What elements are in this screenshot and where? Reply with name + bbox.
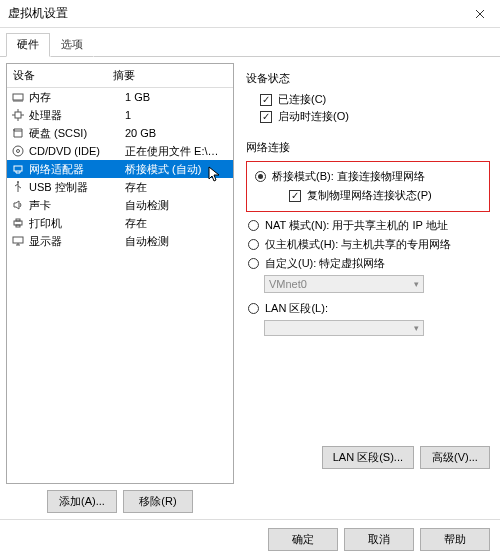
checkbox-connect-on-start[interactable] [260, 111, 272, 123]
tabs: 硬件 选项 [0, 28, 500, 57]
help-button[interactable]: 帮助 [420, 528, 490, 551]
device-summary: 存在 [125, 180, 229, 195]
radio-lan-segment[interactable] [248, 303, 259, 314]
cancel-button[interactable]: 取消 [344, 528, 414, 551]
device-name: USB 控制器 [29, 180, 125, 195]
label-connected: 已连接(C) [278, 92, 326, 107]
label-connect-on-start: 启动时连接(O) [278, 109, 349, 124]
cpu-icon [11, 108, 25, 122]
svg-point-5 [17, 181, 19, 183]
radio-custom[interactable] [248, 258, 259, 269]
device-summary: 1 [125, 109, 229, 121]
column-device: 设备 [7, 64, 107, 87]
device-status-title: 设备状态 [246, 71, 490, 86]
svg-rect-6 [14, 221, 22, 225]
tab-hardware[interactable]: 硬件 [6, 33, 50, 57]
list-header: 设备 摘要 [7, 64, 233, 88]
checkbox-replicate[interactable] [289, 190, 301, 202]
list-item-disk[interactable]: 硬盘 (SCSI)20 GB [7, 124, 233, 142]
close-icon [475, 9, 485, 19]
device-summary: 自动检测 [125, 198, 229, 213]
disk-icon [11, 126, 25, 140]
printer-icon [11, 216, 25, 230]
label-bridge: 桥接模式(B): 直接连接物理网络 [272, 169, 425, 184]
network-icon [11, 162, 25, 176]
svg-rect-1 [15, 112, 21, 118]
device-name: 显示器 [29, 234, 125, 249]
list-item-network[interactable]: 网络适配器桥接模式 (自动) [7, 160, 233, 178]
advanced-button[interactable]: 高级(V)... [420, 446, 490, 469]
column-summary: 摘要 [107, 64, 233, 87]
svg-point-3 [17, 150, 20, 153]
display-icon [11, 234, 25, 248]
list-item-sound[interactable]: 声卡自动检测 [7, 196, 233, 214]
lan-segments-button[interactable]: LAN 区段(S)... [322, 446, 414, 469]
device-summary: 正在使用文件 E:\迅雷下载\C... [125, 144, 229, 159]
cd-icon [11, 144, 25, 158]
lan-segment-select: ▾ [264, 320, 424, 336]
list-item-usb[interactable]: USB 控制器存在 [7, 178, 233, 196]
svg-rect-4 [14, 166, 22, 171]
device-name: CD/DVD (IDE) [29, 145, 125, 157]
chevron-down-icon: ▾ [414, 323, 419, 333]
ok-button[interactable]: 确定 [268, 528, 338, 551]
list-item-display[interactable]: 显示器自动检测 [7, 232, 233, 250]
svg-point-2 [13, 146, 23, 156]
svg-rect-9 [13, 237, 23, 243]
device-name: 网络适配器 [29, 162, 125, 177]
radio-hostonly[interactable] [248, 239, 259, 250]
footer: 确定 取消 帮助 [0, 519, 500, 551]
titlebar: 虚拟机设置 [0, 0, 500, 28]
list-item-cpu[interactable]: 处理器1 [7, 106, 233, 124]
label-custom: 自定义(U): 特定虚拟网络 [265, 256, 385, 271]
device-summary: 1 GB [125, 91, 229, 103]
device-name: 打印机 [29, 216, 125, 231]
radio-bridge[interactable] [255, 171, 266, 182]
label-lan-segment: LAN 区段(L): [265, 301, 328, 316]
highlight-box: 桥接模式(B): 直接连接物理网络 复制物理网络连接状态(P) [246, 161, 490, 212]
list-item-printer[interactable]: 打印机存在 [7, 214, 233, 232]
device-summary: 20 GB [125, 127, 229, 139]
label-hostonly: 仅主机模式(H): 与主机共享的专用网络 [265, 237, 451, 252]
list-item-cd[interactable]: CD/DVD (IDE)正在使用文件 E:\迅雷下载\C... [7, 142, 233, 160]
usb-icon [11, 180, 25, 194]
sound-icon [11, 198, 25, 212]
window-title: 虚拟机设置 [8, 5, 68, 22]
device-name: 硬盘 (SCSI) [29, 126, 125, 141]
label-nat: NAT 模式(N): 用于共享主机的 IP 地址 [265, 218, 448, 233]
device-summary: 存在 [125, 216, 229, 231]
network-title: 网络连接 [246, 140, 490, 155]
list-item-memory[interactable]: 内存1 GB [7, 88, 233, 106]
device-name: 处理器 [29, 108, 125, 123]
device-name: 声卡 [29, 198, 125, 213]
memory-icon [11, 90, 25, 104]
radio-nat[interactable] [248, 220, 259, 231]
svg-rect-7 [16, 219, 20, 221]
close-button[interactable] [460, 0, 500, 28]
device-summary: 自动检测 [125, 234, 229, 249]
hardware-list[interactable]: 设备 摘要 内存1 GB处理器1硬盘 (SCSI)20 GBCD/DVD (ID… [6, 63, 234, 484]
checkbox-connected[interactable] [260, 94, 272, 106]
custom-vnet-value: VMnet0 [269, 278, 307, 290]
remove-button[interactable]: 移除(R) [123, 490, 193, 513]
tab-options[interactable]: 选项 [50, 33, 94, 57]
add-button[interactable]: 添加(A)... [47, 490, 117, 513]
chevron-down-icon: ▾ [414, 279, 419, 289]
svg-rect-8 [16, 225, 20, 227]
custom-vnet-select: VMnet0▾ [264, 275, 424, 293]
device-name: 内存 [29, 90, 125, 105]
svg-rect-0 [13, 94, 23, 100]
label-replicate: 复制物理网络连接状态(P) [307, 188, 432, 203]
device-summary: 桥接模式 (自动) [125, 162, 229, 177]
